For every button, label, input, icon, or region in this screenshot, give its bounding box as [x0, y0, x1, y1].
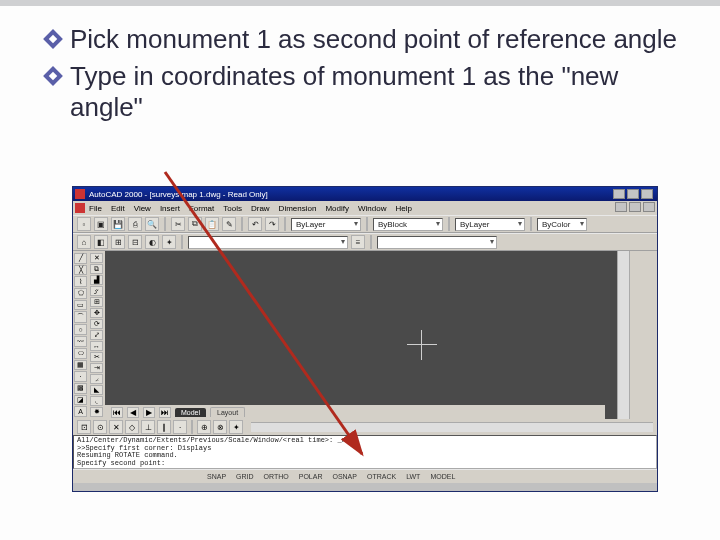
- menu-format[interactable]: Format: [189, 204, 214, 213]
- tool-button[interactable]: ≡: [351, 235, 365, 249]
- rotate-tool[interactable]: ⟳: [90, 319, 103, 329]
- stretch-tool[interactable]: ↔: [90, 341, 103, 351]
- horizontal-scrollbar[interactable]: [251, 422, 653, 432]
- rect-tool[interactable]: ▭: [74, 300, 87, 311]
- command-window[interactable]: All/Center/Dynamic/Extents/Previous/Scal…: [73, 435, 657, 469]
- spline-tool[interactable]: 〰: [74, 336, 87, 347]
- tool-button[interactable]: ✦: [162, 235, 176, 249]
- menu-draw[interactable]: Draw: [251, 204, 270, 213]
- minimize-button[interactable]: [613, 189, 625, 199]
- layer-select[interactable]: ByLayer: [291, 218, 361, 231]
- tab-layout[interactable]: Layout: [210, 407, 245, 417]
- break-tool[interactable]: ⌿: [90, 374, 103, 384]
- menu-dimension[interactable]: Dimension: [279, 204, 317, 213]
- maximize-button[interactable]: [627, 189, 639, 199]
- scale-tool[interactable]: ⤢: [90, 330, 103, 340]
- osnap-button[interactable]: ∥: [157, 420, 171, 434]
- new-button[interactable]: ▫: [77, 217, 91, 231]
- layer-dropdown[interactable]: [188, 236, 348, 249]
- move-tool[interactable]: ✥: [90, 308, 103, 318]
- linetype-dropdown[interactable]: [377, 236, 497, 249]
- text-tool[interactable]: A: [74, 406, 87, 417]
- point-tool[interactable]: ·: [74, 371, 87, 382]
- status-otrack[interactable]: OTRACK: [367, 473, 396, 480]
- explode-tool[interactable]: ✸: [90, 407, 103, 417]
- line-tool[interactable]: ╱: [74, 253, 87, 264]
- menu-view[interactable]: View: [134, 204, 151, 213]
- trim-tool[interactable]: ✂: [90, 352, 103, 362]
- tab-first-button[interactable]: ⏮: [111, 407, 123, 418]
- pline-tool[interactable]: ⌇: [74, 276, 87, 287]
- tab-model[interactable]: Model: [175, 408, 206, 417]
- cut-button[interactable]: ✂: [171, 217, 185, 231]
- arc-tool[interactable]: ⌒: [74, 311, 87, 323]
- status-model[interactable]: MODEL: [430, 473, 455, 480]
- hatch-tool[interactable]: ▩: [74, 383, 87, 394]
- copy-tool[interactable]: ⧉: [90, 264, 103, 274]
- osnap-button[interactable]: ⊡: [77, 420, 91, 434]
- status-lwt[interactable]: LWT: [406, 473, 420, 480]
- tab-prev-button[interactable]: ◀: [127, 407, 139, 418]
- status-osnap[interactable]: OSNAP: [332, 473, 357, 480]
- fillet-tool[interactable]: ◟: [90, 396, 103, 406]
- block-select[interactable]: ByBlock: [373, 218, 443, 231]
- menu-tools[interactable]: Tools: [223, 204, 242, 213]
- xline-tool[interactable]: ╳: [74, 265, 87, 276]
- right-panel: [629, 251, 657, 419]
- menu-help[interactable]: Help: [395, 204, 411, 213]
- status-grid[interactable]: GRID: [236, 473, 254, 480]
- tab-next-button[interactable]: ▶: [143, 407, 155, 418]
- erase-tool[interactable]: ✕: [90, 253, 103, 263]
- osnap-button[interactable]: ⊗: [213, 420, 227, 434]
- color-select[interactable]: ByColor: [537, 218, 587, 231]
- menu-edit[interactable]: Edit: [111, 204, 125, 213]
- tool-button[interactable]: ◧: [94, 235, 108, 249]
- vertical-scrollbar[interactable]: [617, 251, 629, 419]
- polygon-tool[interactable]: ⬠: [74, 288, 87, 299]
- status-ortho[interactable]: ORTHO: [264, 473, 289, 480]
- region-tool[interactable]: ◪: [74, 395, 87, 406]
- preview-button[interactable]: 🔍: [145, 217, 159, 231]
- copy-button[interactable]: ⧉: [188, 217, 202, 231]
- undo-button[interactable]: ↶: [248, 217, 262, 231]
- circle-tool[interactable]: ○: [74, 324, 87, 335]
- layer2-select[interactable]: ByLayer: [455, 218, 525, 231]
- doc-restore-button[interactable]: [629, 202, 641, 212]
- menu-modify[interactable]: Modify: [325, 204, 349, 213]
- tool-button[interactable]: ⌂: [77, 235, 91, 249]
- menu-file[interactable]: File: [89, 204, 102, 213]
- ellipse-tool[interactable]: ⬭: [74, 348, 87, 359]
- extend-tool[interactable]: ⇥: [90, 363, 103, 373]
- doc-close-button[interactable]: [643, 202, 655, 212]
- osnap-button[interactable]: ✦: [229, 420, 243, 434]
- osnap-button[interactable]: ⊕: [197, 420, 211, 434]
- status-snap[interactable]: SNAP: [207, 473, 226, 480]
- close-button[interactable]: [641, 189, 653, 199]
- toolbar-secondary: ⌂ ◧ ⊞ ⊟ ◐ ✦ ≡: [73, 233, 657, 251]
- tab-last-button[interactable]: ⏭: [159, 407, 171, 418]
- save-button[interactable]: 💾: [111, 217, 125, 231]
- osnap-button[interactable]: ⊙: [93, 420, 107, 434]
- mirror-tool[interactable]: ▟: [90, 275, 103, 285]
- osnap-button[interactable]: ✕: [109, 420, 123, 434]
- tool-button[interactable]: ⊟: [128, 235, 142, 249]
- doc-minimize-button[interactable]: [615, 202, 627, 212]
- tool-button[interactable]: ⊞: [111, 235, 125, 249]
- array-tool[interactable]: ⊞: [90, 297, 103, 307]
- osnap-button[interactable]: ◇: [125, 420, 139, 434]
- chamfer-tool[interactable]: ◣: [90, 385, 103, 395]
- osnap-button[interactable]: ⊥: [141, 420, 155, 434]
- offset-tool[interactable]: ⫽: [90, 286, 103, 296]
- status-polar[interactable]: POLAR: [299, 473, 323, 480]
- redo-button[interactable]: ↷: [265, 217, 279, 231]
- tool-button[interactable]: ◐: [145, 235, 159, 249]
- drawing-canvas[interactable]: ⏮ ◀ ▶ ⏭ Model Layout: [105, 251, 617, 419]
- match-button[interactable]: ✎: [222, 217, 236, 231]
- osnap-button[interactable]: ·: [173, 420, 187, 434]
- print-button[interactable]: ⎙: [128, 217, 142, 231]
- menu-window[interactable]: Window: [358, 204, 386, 213]
- open-button[interactable]: ▣: [94, 217, 108, 231]
- menu-insert[interactable]: Insert: [160, 204, 180, 213]
- paste-button[interactable]: 📋: [205, 217, 219, 231]
- block-tool[interactable]: ▦: [74, 360, 87, 371]
